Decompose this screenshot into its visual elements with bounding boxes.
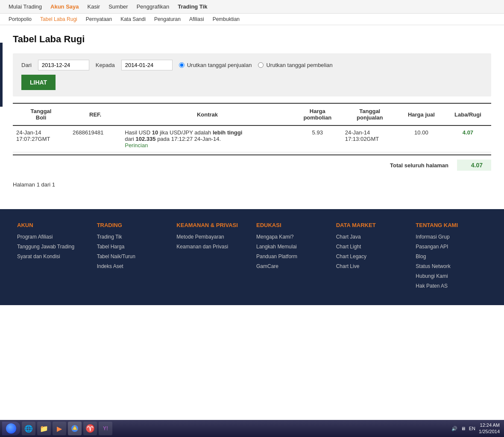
radio-pembelian-label: Urutkan tanggal pembelian <box>266 62 332 68</box>
th-tanggal-beli: TanggalBoli <box>13 103 69 125</box>
nav-penggrafikan[interactable]: Penggrafikan <box>137 3 170 10</box>
subnav-tabel-laba-rugi[interactable]: Tabel Laba Rugi <box>40 16 77 22</box>
radio-pembelian[interactable] <box>258 62 264 68</box>
footer-link-informasi-grup[interactable]: Informasi Grup <box>416 234 449 240</box>
nav-kasir[interactable]: Kasir <box>88 3 100 10</box>
footer-heading-trading: TRADING <box>97 222 168 228</box>
footer-heading-data-market: DATA MARKET <box>336 222 407 228</box>
footer-link-status-network[interactable]: Status Network <box>416 263 450 269</box>
sub-nav: Portopolio Tabel Laba Rugi Pernyataan Ka… <box>0 14 504 25</box>
footer-link-program-afiliasi[interactable]: Program Afiliasi <box>17 234 53 240</box>
cell-tanggal-penjualan-time: 17:13:02GMT <box>345 136 379 142</box>
footer-col-keamanan: KEAMANAN & PRIVASI Metode Pembayaran Kea… <box>176 222 248 292</box>
footer-heading-edukasi: EDUKASI <box>256 222 328 228</box>
footer-link-chart-live[interactable]: Chart Live <box>336 263 360 269</box>
filter-area: Dari Kepada Urutkan tanggal penjualan Ur… <box>13 53 491 96</box>
footer-col-akun: AKUN Program Afiliasi Tanggung Jawab Tra… <box>17 222 88 292</box>
total-value: 4.07 <box>457 160 491 171</box>
footer-link-chart-light[interactable]: Chart Light <box>336 244 361 250</box>
footer-link-langkah-memulai[interactable]: Langkah Memulai <box>256 244 297 250</box>
nav-trading-tik[interactable]: Trading Tik <box>178 3 207 10</box>
total-label: Total seluruh halaman <box>390 162 448 169</box>
top-nav: Mulai Trading Akun Saya Kasir Sumber Pen… <box>0 0 504 14</box>
footer-link-indeks-aset[interactable]: Indeks Aset <box>97 263 123 269</box>
cell-tanggal-beli: 24-Jan-14 17:07:27GMT <box>13 125 69 152</box>
subnav-pengaturan[interactable]: Pengaturan <box>154 16 181 22</box>
nav-akun-saya[interactable]: Akun Saya <box>50 3 79 10</box>
footer-link-gamcare[interactable]: GamCare <box>256 263 278 269</box>
main-content: Tabel Laba Rugi Dari Kepada Urutkan tang… <box>0 25 504 196</box>
subnav-afiliasi[interactable]: Afiliasi <box>189 16 204 22</box>
footer-grid: AKUN Program Afiliasi Tanggung Jawab Tra… <box>17 222 487 292</box>
cell-kontrak: Hasil USD 10 jika USD/JPY adalah lebih t… <box>121 125 293 152</box>
footer-link-pasangan-api[interactable]: Pasangan API <box>416 244 448 250</box>
footer-col-tentang-kami: TENTANG KAMI Informasi Grup Pasangan API… <box>416 222 487 292</box>
kepada-input[interactable] <box>121 60 173 70</box>
radio-penjualan-label: Urutkan tanggal penjualan <box>187 62 252 68</box>
cell-laba-rugi: 4.07 <box>445 125 491 152</box>
footer: AKUN Program Afiliasi Tanggung Jawab Tra… <box>0 209 504 305</box>
page-title: Tabel Laba Rugi <box>13 34 491 45</box>
th-harga-pombolian: Hargapombolian <box>293 103 342 125</box>
radio-penjualan[interactable] <box>179 62 185 68</box>
footer-link-trading-tik[interactable]: Trading Tik <box>97 234 122 240</box>
data-table: TanggalBoli REF. Kontrak Hargapombolian … <box>13 103 491 152</box>
radio-group-1: Urutkan tanggal penjualan <box>179 62 252 68</box>
footer-link-tabel-naik-turun[interactable]: Tabel Naik/Turun <box>97 253 135 259</box>
th-ref: REF. <box>69 103 121 125</box>
dari-label: Dari <box>21 62 32 68</box>
footer-heading-akun: AKUN <box>17 222 88 228</box>
footer-heading-tentang-kami: TENTANG KAMI <box>416 222 487 228</box>
footer-col-edukasi: EDUKASI Mengapa Kami? Langkah Memulai Pa… <box>256 222 328 292</box>
footer-link-blog[interactable]: Blog <box>416 253 426 259</box>
nav-mulai-trading[interactable]: Mulai Trading <box>9 3 42 10</box>
th-harga-jual: Harga jual <box>398 103 445 125</box>
filter-row: Dari Kepada Urutkan tanggal penjualan Ur… <box>21 60 483 70</box>
total-row: Total seluruh halaman 4.07 <box>13 154 491 175</box>
footer-link-hak-paten[interactable]: Hak Paten AS <box>416 283 448 289</box>
footer-col-trading: TRADING Trading Tik Tabel Harga Tabel Na… <box>97 222 168 292</box>
footer-link-panduan-platform[interactable]: Panduan Platform <box>256 253 297 259</box>
footer-col-data-market: DATA MARKET Chart Java Chart Light Chart… <box>336 222 407 292</box>
dari-input[interactable] <box>38 60 89 70</box>
kepada-label: Kepada <box>96 62 115 68</box>
footer-link-syarat[interactable]: Syarat dan Kondisi <box>17 253 60 259</box>
cell-harga-pombolian: 5.93 <box>293 125 342 152</box>
footer-link-hubungi-kami[interactable]: Hubungi Kami <box>416 273 448 279</box>
th-kontrak: Kontrak <box>121 103 293 125</box>
detail-link[interactable]: Perincian <box>125 142 148 149</box>
lihat-button[interactable]: LIHAT <box>21 75 56 90</box>
cell-harga-jual: 10.00 <box>398 125 445 152</box>
footer-link-mengapa-kami[interactable]: Mengapa Kami? <box>256 234 293 240</box>
nav-sumber[interactable]: Sumber <box>108 3 128 10</box>
footer-link-metode-pembayaran[interactable]: Metode Pembayaran <box>176 234 224 240</box>
footer-link-tabel-harga[interactable]: Tabel Harga <box>97 244 125 250</box>
th-laba-rugi: Laba/Rugi <box>445 103 491 125</box>
cell-ref: 2688619481 <box>69 125 121 152</box>
subnav-kata-sandi[interactable]: Kata Sandi <box>120 16 146 22</box>
subnav-pernyataan[interactable]: Pernyataan <box>86 16 112 22</box>
table-row: 24-Jan-14 17:07:27GMT 2688619481 Hasil U… <box>13 125 491 152</box>
cell-tanggal-beli-time: 17:07:27GMT <box>16 136 50 142</box>
subnav-portopolio[interactable]: Portopolio <box>9 16 32 22</box>
footer-link-keamanan-privasi[interactable]: Keamanan dan Privasi <box>176 244 228 250</box>
footer-link-chart-java[interactable]: Chart Java <box>336 234 361 240</box>
side-edge <box>0 43 3 107</box>
pagination: Halaman 1 dari 1 <box>13 181 491 188</box>
subnav-pembuktian[interactable]: Pembuktian <box>213 16 240 22</box>
footer-link-tanggung-jawab[interactable]: Tanggung Jawab Trading <box>17 244 74 250</box>
footer-heading-keamanan: KEAMANAN & PRIVASI <box>176 222 248 228</box>
footer-link-chart-legacy[interactable]: Chart Legacy <box>336 253 366 259</box>
radio-group-2: Urutkan tanggal pembelian <box>258 62 332 68</box>
th-tanggal-penjualan: Tanggalponjualan <box>342 103 398 125</box>
cell-tanggal-penjualan: 24-Jan-14 17:13:02GMT <box>342 125 398 152</box>
